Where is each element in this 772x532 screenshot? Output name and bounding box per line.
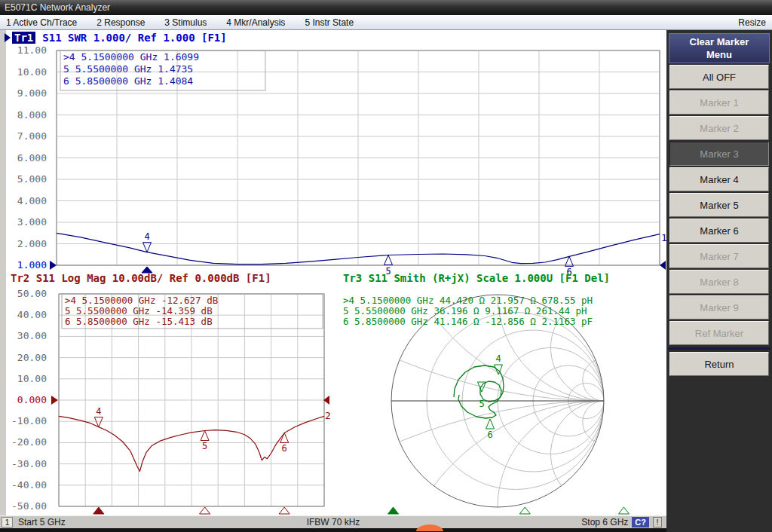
marker-5-symbol: 5 <box>201 430 209 451</box>
tr1-trace-number: 1 <box>661 232 666 243</box>
menu-item-5-instr-state[interactable]: 5 Instr State <box>305 17 354 28</box>
softkey-all-off[interactable]: All OFF <box>669 65 769 89</box>
softkey-menu-title: Clear Marker Menu <box>669 33 770 63</box>
tr2-y-axis-label: 50.00 <box>17 288 47 299</box>
tr2-y-axis-label: -20.00 <box>11 436 47 448</box>
tr1-header-text: S11 SWR 1.000/ Ref 1.000 [F1] <box>42 32 226 44</box>
tr2-ref-arrow-left <box>51 396 58 405</box>
tr2-header[interactable]: Tr2 S11 Log Mag 10.00dB/ Ref 0.000dB [F1… <box>11 272 271 284</box>
tr1-y-axis-label: 4.000 <box>17 195 47 206</box>
network-analyzer-window: E5071C Network Analyzer 1 Active Ch/Trac… <box>0 0 772 532</box>
svg-text:5: 5 <box>202 441 207 451</box>
title-bar: E5071C Network Analyzer <box>0 0 772 15</box>
svg-text:4: 4 <box>495 353 501 364</box>
stimulus-marker-triangle <box>200 507 210 514</box>
svg-text:5: 5 <box>479 399 484 409</box>
tr3-marker-table-row: 6 5.8500000 GHz 41.146 Ω -12.856 Ω 2.116… <box>343 316 593 327</box>
softkey-list: All OFFMarker 1Marker 2Marker 3Marker 4M… <box>666 65 772 376</box>
softkey-marker-6[interactable]: Marker 6 <box>669 219 769 243</box>
tr1-header[interactable]: Tr1 S11 SWR 1.000/ Ref 1.000 [F1] <box>5 32 227 44</box>
channel-number-box: 1 <box>2 517 13 527</box>
tr1-y-axis-label: 5.000 <box>17 173 47 185</box>
tr2-y-axis-label: -50.00 <box>11 500 47 512</box>
tr1-y-axis-label: 2.000 <box>17 238 47 249</box>
stimulus-marker-triangle <box>388 507 399 514</box>
softkey-sidebar: Clear Marker Menu All OFFMarker 1Marker … <box>666 30 772 532</box>
left-frame-strip <box>0 30 6 515</box>
svg-text:4: 4 <box>96 406 101 417</box>
tr2-y-axis-label: 0.000 <box>17 394 47 405</box>
softkey-marker-4[interactable]: Marker 4 <box>669 167 769 191</box>
menu-item-2-response[interactable]: 2 Response <box>96 17 145 28</box>
tr3-marker-table-row: >4 5.1500000 GHz 44.420 Ω 21.957 Ω 678.5… <box>343 295 593 306</box>
softkey-marker-5[interactable]: Marker 5 <box>669 193 769 217</box>
softkey-marker-7: Marker 7 <box>669 244 769 268</box>
stimulus-marker-triangle <box>279 507 290 514</box>
softkey-marker-8: Marker 8 <box>669 270 769 294</box>
menu-item-3-stimulus[interactable]: 3 Stimulus <box>164 17 207 28</box>
bottom-edge-strip <box>0 528 772 532</box>
softkey-menu-title-line1: Clear Marker <box>669 35 769 48</box>
marker-6-symbol: 6 <box>280 433 289 454</box>
active-trace-indicator-icon <box>5 33 11 42</box>
stimulus-marker-triangle <box>519 507 530 514</box>
tr2-marker-table-row: 5 5.5500000 GHz -14.359 dB <box>65 305 213 316</box>
menu-bar: 1 Active Ch/Trace2 Response3 Stimulus4 M… <box>0 15 772 30</box>
tr1-marker-table-row: 6 5.8500000 GHz 1.4084 <box>63 75 193 87</box>
svg-text:6: 6 <box>487 430 492 440</box>
stimulus-marker-triangle <box>93 507 104 514</box>
stimulus-marker-triangle <box>618 507 629 514</box>
softkey-marker-3[interactable]: Marker 3 <box>669 142 769 166</box>
softkey-marker-1: Marker 1 <box>669 90 769 115</box>
status-bar: 1 Start 5 GHz IFBW 70 kHz Stop 6 GHz C? … <box>0 515 666 528</box>
tr2-y-axis-label: 30.00 <box>17 330 47 341</box>
tr3-marker-table-row: 5 5.5500000 GHz 36.196 Ω 9.1167 Ω 261.44… <box>343 305 587 316</box>
alert-indicator: ! <box>653 517 662 527</box>
menu-item-4-mkr-analysis[interactable]: 4 Mkr/Analysis <box>226 17 285 28</box>
tr2-marker-table-row: >4 5.1500000 GHz -12.627 dB <box>65 295 218 306</box>
svg-text:4: 4 <box>144 231 149 242</box>
svg-text:6: 6 <box>282 443 287 454</box>
tr1-y-axis-label: 3.000 <box>17 216 47 228</box>
resize-button[interactable]: Resize <box>738 17 766 28</box>
measurement-area: 456111.0010.009.0008.0007.0006.0005.0004… <box>0 30 666 515</box>
correction-status-badge: C? <box>632 517 649 527</box>
tr1-ref-arrow-left <box>50 261 57 270</box>
tr3-trace <box>454 365 504 418</box>
window-title: E5071C Network Analyzer <box>5 2 110 13</box>
tr2-y-axis-label: -10.00 <box>11 415 47 427</box>
tr1-ref-arrow-right <box>660 261 666 270</box>
tr2-marker-table-row: 6 5.8500000 GHz -15.413 dB <box>65 316 213 327</box>
softkey-marker-9: Marker 9 <box>669 295 769 320</box>
tr1-y-axis-label: 7.000 <box>17 130 47 142</box>
tr1-marker-table-row: 5 5.5500000 GHz 1.4735 <box>63 63 193 75</box>
marker-4-symbol: 4 <box>143 231 152 252</box>
start-frequency-label: Start 5 GHz <box>18 517 66 527</box>
menu-item-1-active-ch-trace[interactable]: 1 Active Ch/Trace <box>6 17 77 28</box>
tr2-trace-number: 2 <box>325 410 331 421</box>
tr3-header[interactable]: Tr3 S11 Smith (R+jX) Scale 1.000U [F1 De… <box>343 272 610 284</box>
softkey-divider <box>668 347 770 350</box>
ifbw-label: IFBW 70 kHz <box>307 517 360 527</box>
softkey-marker-2: Marker 2 <box>669 116 769 140</box>
stop-frequency-label: Stop 6 GHz <box>581 517 628 527</box>
marker-6-symbol: 6 <box>486 419 495 440</box>
tr2-y-axis-label: 40.00 <box>17 309 47 320</box>
tr1-badge: Tr1 <box>12 32 35 44</box>
tr1-marker-table-row: >4 5.1500000 GHz 1.6099 <box>63 51 199 63</box>
tr2-y-axis-label: -40.00 <box>11 479 47 491</box>
softkey-ref-marker: Ref Marker <box>669 321 769 345</box>
tr1-y-axis-label: 6.000 <box>17 152 47 164</box>
tr2-y-axis-label: 20.00 <box>17 352 47 363</box>
tr1-y-axis-label: 9.000 <box>17 87 47 99</box>
tr1-y-axis-label: 10.00 <box>17 66 47 78</box>
tr1-y-axis-label: 8.000 <box>17 109 47 121</box>
softkey-menu-title-line2: Menu <box>669 48 769 61</box>
menu-items: 1 Active Ch/Trace2 Response3 Stimulus4 M… <box>6 17 738 28</box>
softkey-return[interactable]: Return <box>669 352 769 376</box>
tr2-y-axis-label: -30.00 <box>11 458 47 469</box>
tr1-y-axis-label: 11.00 <box>17 44 47 56</box>
tr1-y-axis-label: 1.000 <box>17 259 47 271</box>
tr2-y-axis-label: 10.00 <box>17 373 47 384</box>
marker-4-symbol: 4 <box>94 406 103 427</box>
